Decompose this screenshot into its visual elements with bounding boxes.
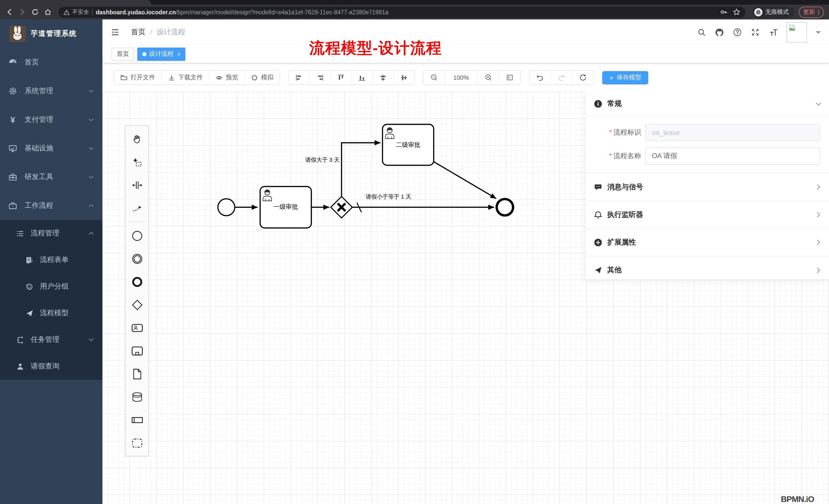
open-file-label: 打开文件: [131, 73, 155, 82]
section-label: 消息与信号: [607, 183, 643, 192]
section-extended-properties[interactable]: 扩展属性: [586, 229, 829, 256]
process-name-input[interactable]: [645, 147, 820, 165]
tag-label: 设计流程: [149, 50, 174, 58]
designer-toolbar: 打开文件 下载文件 预览 模拟: [102, 64, 829, 91]
chevron-down-icon: [88, 145, 94, 151]
sidebar-item-label: 用户分组: [40, 282, 69, 291]
chevron-up-icon: [88, 230, 94, 236]
help-icon[interactable]: [733, 28, 742, 37]
condition-label-le1: 请假小于等于 1 天: [366, 193, 411, 201]
preview-button[interactable]: 预览: [209, 71, 244, 84]
end-event[interactable]: [497, 199, 513, 216]
url-text[interactable]: dashboard.yudao.iocoder.cn/bpm/manager/m…: [96, 9, 717, 15]
redo-button[interactable]: [550, 71, 572, 84]
restart-button[interactable]: [572, 71, 593, 84]
avatar[interactable]: [787, 22, 807, 42]
bpmn-io-watermark[interactable]: BPMN.iO: [781, 495, 814, 504]
save-model-button[interactable]: + 保存模型: [602, 71, 648, 84]
logo-image: [9, 26, 26, 42]
section-message-signal[interactable]: 消息与信号: [586, 173, 829, 201]
sidebar-item-workflow[interactable]: 工作流程: [0, 191, 102, 220]
sidebar-item-process-form[interactable]: 流程表单: [0, 247, 102, 273]
sidebar-item-task-mgmt[interactable]: 任务管理: [0, 326, 102, 353]
sidebar-item-label: 流程表单: [40, 255, 69, 265]
chevron-right-icon: [815, 211, 822, 218]
security-label: 不安全: [72, 8, 89, 16]
sidebar-item-devtools[interactable]: 研发工具: [0, 163, 102, 191]
sidebar-item-system[interactable]: 系统管理: [0, 77, 102, 105]
bpmn-canvas[interactable]: 一级审批 二级审批 请假大于 3 天 请假小于等于 1 天 常规: [102, 91, 829, 504]
site-security[interactable]: 不安全: [64, 8, 89, 16]
align-top-icon: [337, 74, 345, 81]
font-size-icon[interactable]: [768, 28, 778, 37]
undo-button[interactable]: [530, 71, 550, 84]
simulate-label: 模拟: [261, 73, 274, 82]
section-execution-listener[interactable]: 执行监听器: [586, 201, 829, 229]
open-file-button[interactable]: 打开文件: [114, 71, 161, 84]
chevron-down-icon: [88, 88, 94, 94]
sidebar-item-leave-query[interactable]: 请假查询: [0, 353, 102, 380]
section-general[interactable]: 常规: [586, 91, 829, 117]
process-key-input[interactable]: [645, 124, 820, 141]
sidebar-item-label: 任务管理: [31, 335, 82, 344]
sidebar-item-process-model[interactable]: 流程模型: [0, 300, 102, 326]
browser-active-tab[interactable]: [0, 0, 151, 5]
tag-home[interactable]: 首页: [112, 47, 134, 61]
align-middle-button[interactable]: [372, 71, 393, 84]
red-annotation: 流程模型-设计流程: [309, 38, 442, 59]
align-right-button[interactable]: [309, 71, 330, 84]
align-top-button[interactable]: [330, 71, 351, 84]
align-bottom-button[interactable]: [351, 71, 372, 84]
browser-update-button[interactable]: 更新: [798, 6, 824, 18]
start-event[interactable]: [218, 199, 235, 216]
flow-gateway-to-task2[interactable]: [341, 143, 381, 196]
section-label: 其他: [607, 266, 622, 275]
chevron-right-icon: [815, 239, 822, 245]
save-model-label: 保存模型: [616, 73, 641, 82]
section-other[interactable]: 其他: [586, 256, 829, 284]
close-icon[interactable]: ×: [177, 51, 180, 57]
required-asterisk: *: [609, 128, 612, 136]
sidebar-item-process-mgmt[interactable]: 流程管理: [0, 220, 102, 247]
sidebar-item-payment[interactable]: ¥ 支付管理: [0, 105, 102, 134]
download-file-button[interactable]: 下载文件: [161, 71, 209, 84]
bookmark-star-icon[interactable]: [732, 8, 740, 16]
section-label: 常规: [607, 99, 622, 109]
download-file-label: 下载文件: [178, 73, 203, 82]
sidebar-item-user-group[interactable]: 用户分组: [0, 273, 102, 300]
chevron-down-icon: [88, 337, 94, 343]
incognito-label: 无痕模式: [765, 8, 789, 16]
avatar-caret-icon[interactable]: [816, 31, 821, 36]
forward-icon[interactable]: [18, 8, 26, 16]
fit-viewport-icon: [506, 74, 513, 81]
home-icon[interactable]: [43, 8, 52, 16]
sidebar-item-infra[interactable]: 基础设施: [0, 134, 102, 163]
browser-menu-icon[interactable]: [818, 9, 819, 15]
breadcrumb-home[interactable]: 首页: [131, 28, 145, 37]
warning-icon: [64, 9, 70, 15]
fit-viewport-button[interactable]: [499, 71, 520, 84]
align-left-button[interactable]: [289, 71, 309, 84]
general-form: *流程标识 *流程名称: [586, 117, 829, 173]
github-icon[interactable]: [715, 28, 724, 37]
fullscreen-icon[interactable]: [751, 28, 760, 37]
sidebar-item-label: 请假查询: [31, 362, 60, 371]
back-icon[interactable]: [5, 8, 13, 16]
align-center-button[interactable]: [393, 71, 414, 84]
sidebar-item-home[interactable]: 首页: [0, 48, 102, 77]
reload-icon[interactable]: [31, 8, 39, 16]
flow-task2-to-end[interactable]: [434, 162, 496, 198]
toolbox-icon: [8, 172, 17, 182]
key-icon[interactable]: [720, 8, 727, 16]
paper-plane-icon: [25, 309, 34, 318]
simulate-button[interactable]: 模拟: [244, 71, 280, 84]
zoom-out-button[interactable]: [424, 71, 444, 84]
undo-icon: [536, 74, 544, 81]
hamburger-icon[interactable]: [111, 28, 120, 37]
zoom-in-button[interactable]: [477, 71, 499, 84]
address-bar[interactable]: 不安全 dashboard.yudao.iocoder.cn/bpm/manag…: [58, 6, 745, 18]
align-center-icon: [400, 74, 407, 81]
search-icon[interactable]: [697, 28, 706, 37]
tag-design-active[interactable]: 设计流程 ×: [137, 47, 186, 61]
app-logo[interactable]: 芋道管理系统: [0, 20, 102, 48]
